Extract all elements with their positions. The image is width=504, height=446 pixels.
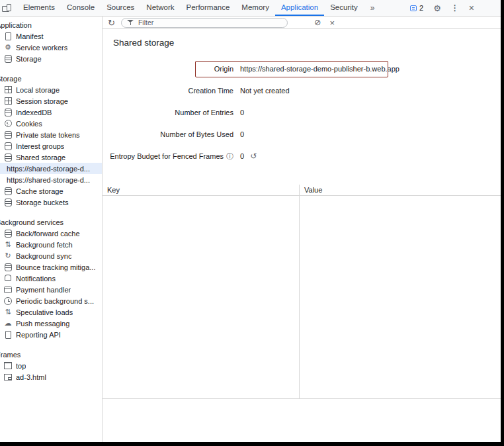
column-header-key[interactable]: Key (103, 185, 300, 195)
column-header-value[interactable]: Value (300, 186, 501, 194)
sidebar-item[interactable]: Background sync (0, 250, 102, 261)
sidebar-item[interactable]: https://shared-storage-d... (0, 174, 102, 185)
sidebar-item-label: Speculative loads (16, 308, 73, 316)
devtools-tabs: Elements Console Sources Network (17, 0, 364, 16)
sidebar-item-label: Background fetch (16, 241, 73, 249)
document-icon (3, 32, 13, 41)
sidebar-item-label: Storage (16, 55, 42, 63)
sidebar-section-title-application[interactable]: Application (0, 20, 102, 30)
sidebar-section-title-background-services[interactable]: Background services (0, 217, 102, 228)
sidebar-section-title-storage[interactable]: Storage (0, 73, 102, 84)
metadata-row: Number of Entries 0 (103, 107, 501, 118)
sidebar-item-label: Interest groups (16, 142, 64, 150)
sidebar-item[interactable]: Service workers (0, 42, 102, 53)
panel-title: Shared storage (103, 29, 501, 48)
sidebar-section-frames: Frames top ad-3.html (0, 349, 102, 382)
panel-content: Shared storage Origin https://shared-sto… (103, 29, 501, 442)
sidebar-item[interactable]: https://shared-storage-d... (0, 163, 102, 174)
sidebar-item[interactable]: Storage (0, 53, 102, 64)
more-tabs-icon[interactable]: » (364, 3, 382, 13)
filter-box[interactable] (121, 18, 288, 28)
more-options-icon[interactable]: ⋮ (451, 4, 459, 12)
devtools-tab[interactable]: Sources (101, 0, 140, 16)
toolbar-close-icon[interactable]: × (329, 19, 335, 27)
field-value: https://shared-storage-demo-publisher-b.… (240, 65, 399, 73)
devtools-tab[interactable]: Memory (235, 0, 275, 16)
tab-label: Console (67, 3, 95, 11)
sidebar-item[interactable]: ad-3.html (0, 371, 102, 382)
sidebar-item[interactable]: Periodic background s... (0, 295, 102, 306)
sidebar-item[interactable]: Cookies (0, 118, 102, 129)
tab-label: Performance (187, 3, 230, 11)
sidebar-item-label: Payment handler (16, 286, 71, 294)
sidebar-item[interactable]: Background fetch (0, 239, 102, 250)
sidebar-item[interactable]: Manifest (0, 30, 102, 42)
database-icon (3, 108, 13, 117)
metadata-fields: Origin https://shared-storage-demo-publi… (103, 64, 501, 161)
entries-table-body[interactable] (103, 196, 501, 398)
settings-gear-icon[interactable]: ⚙ (433, 4, 441, 13)
sidebar-section-storage: Storage Local storage Session storage (0, 73, 102, 208)
sidebar-item-label: https://shared-storage-d... (7, 176, 90, 184)
sidebar-item[interactable]: Reporting API (0, 329, 102, 340)
card-icon (3, 285, 13, 294)
sidebar-item[interactable]: Local storage (0, 84, 102, 95)
arrows-icon (3, 308, 13, 317)
field-label: Number of Bytes Used (160, 130, 233, 138)
sidebar-section-background-services: Background services Back/forward cache B… (0, 217, 102, 340)
close-devtools-icon[interactable]: × (469, 3, 474, 13)
sidebar-item[interactable]: IndexedDB (0, 107, 102, 118)
sidebar-item[interactable]: Shared storage (0, 152, 102, 163)
database-icon (3, 229, 13, 238)
sidebar-item-label: Periodic background s... (16, 297, 94, 305)
devtools-tab[interactable]: Performance (181, 0, 236, 16)
sidebar-item-label: top (16, 362, 26, 370)
sidebar-item[interactable]: Speculative loads (0, 306, 102, 318)
sidebar-item[interactable]: Notifications (0, 273, 102, 284)
devtools-tab[interactable]: Console (61, 0, 101, 16)
sidebar-item-label: Notifications (16, 275, 56, 283)
application-sidebar: Application Manifest Service workers (0, 17, 103, 442)
database-icon (3, 198, 13, 207)
field-value: 0 (240, 152, 244, 160)
sidebar-section-title-frames[interactable]: Frames (0, 349, 102, 360)
sidebar-item-label: Shared storage (16, 154, 65, 161)
reset-budget-icon[interactable]: ↺ (250, 152, 257, 161)
field-value: 0 (240, 109, 244, 116)
field-label: Entropy Budget for Fenced Frames (110, 152, 224, 160)
sidebar-item[interactable]: Cache storage (0, 185, 102, 197)
cookie-icon (3, 119, 13, 128)
sidebar-item-label: Push messaging (16, 320, 69, 328)
filter-input[interactable] (138, 19, 282, 26)
clear-all-icon[interactable]: ⊘ (314, 19, 321, 27)
database-icon (3, 142, 13, 151)
field-label: Origin (214, 65, 233, 73)
devtools-tab[interactable]: Network (140, 0, 180, 16)
sidebar-item[interactable]: Private state tokens (0, 129, 102, 140)
sidebar-item-label: Cache storage (16, 187, 63, 195)
field-value: Not yet created (240, 87, 290, 95)
devtools-window: Elements Console Sources Network (0, 0, 501, 442)
sidebar-item[interactable]: Storage buckets (0, 197, 102, 208)
sidebar-item[interactable]: Push messaging (0, 318, 102, 329)
console-messages-icon (410, 5, 417, 11)
devtools-tab[interactable]: Security (324, 0, 364, 16)
panel-toolbar: ↻ ⊘ × (103, 17, 501, 29)
sidebar-item[interactable]: top (0, 360, 102, 371)
table-icon (3, 97, 13, 106)
metadata-row: Number of Bytes Used 0 (103, 129, 501, 140)
info-icon[interactable]: ⓘ (226, 152, 233, 161)
devtools-tab[interactable]: Elements (17, 0, 61, 16)
sidebar-item[interactable]: Interest groups (0, 140, 102, 152)
sidebar-item[interactable]: Session storage (0, 95, 102, 107)
device-toolbar-icon[interactable] (1, 3, 12, 13)
sidebar-item[interactable]: Back/forward cache (0, 228, 102, 239)
metadata-row: Origin https://shared-storage-demo-publi… (103, 64, 501, 74)
sidebar-item[interactable]: Bounce tracking mitiga... (0, 261, 102, 273)
console-messages-indicator[interactable]: 2 (410, 4, 423, 12)
sidebar-item[interactable]: Payment handler (0, 284, 102, 295)
database-icon (3, 54, 13, 64)
iframe-icon (3, 373, 13, 382)
devtools-tab[interactable]: Application (275, 0, 324, 16)
refresh-icon[interactable]: ↻ (108, 19, 115, 27)
